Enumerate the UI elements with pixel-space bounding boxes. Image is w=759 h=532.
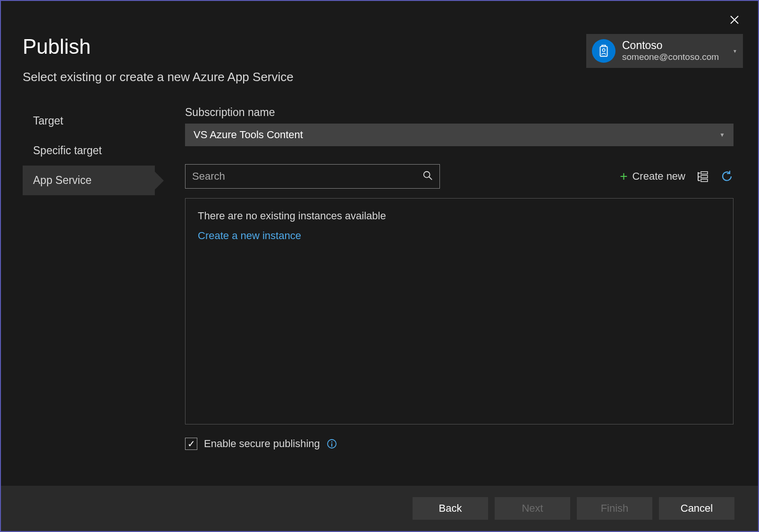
sidebar-item-label: App Service [33, 174, 92, 186]
page-subtitle: Select existing or create a new Azure Ap… [23, 70, 758, 84]
create-instance-link[interactable]: Create a new instance [198, 230, 721, 242]
svg-line-3 [429, 177, 432, 180]
empty-instance-message: There are no existing instances availabl… [198, 210, 721, 222]
create-new-label: Create new [632, 170, 685, 183]
account-name: Contoso [622, 39, 730, 52]
next-button[interactable]: Next [495, 497, 570, 520]
search-icon [422, 170, 433, 183]
subscription-value: VS Azure Tools Content [194, 129, 303, 141]
sidebar-item-specific-target[interactable]: Specific target [23, 136, 155, 166]
search-input[interactable] [192, 170, 422, 183]
close-button[interactable] [726, 11, 743, 28]
sidebar-item-label: Specific target [33, 144, 102, 157]
sidebar-item-target[interactable]: Target [23, 106, 155, 136]
chevron-down-icon: ▼ [733, 49, 737, 54]
finish-button[interactable]: Finish [577, 497, 652, 520]
sidebar: Target Specific target App Service [23, 106, 155, 450]
svg-point-1 [602, 49, 605, 51]
svg-point-2 [424, 172, 430, 178]
plus-icon: + [620, 169, 627, 184]
info-button[interactable] [327, 439, 337, 449]
search-box [185, 164, 440, 189]
chevron-down-icon: ▼ [719, 132, 725, 138]
refresh-button[interactable] [720, 170, 734, 183]
svg-rect-9 [331, 443, 332, 447]
refresh-icon [720, 170, 734, 183]
back-button[interactable]: Back [413, 497, 488, 520]
info-icon [327, 439, 337, 449]
view-toggle-button[interactable] [697, 170, 709, 183]
account-text: Contoso someone@contoso.com [622, 39, 730, 63]
footer: Back Next Finish Cancel [1, 486, 758, 531]
close-icon [730, 16, 739, 24]
svg-point-8 [331, 441, 333, 443]
secure-publishing-checkbox[interactable]: ✓ [185, 438, 197, 450]
badge-icon [597, 44, 611, 58]
account-picker[interactable]: Contoso someone@contoso.com ▼ [586, 34, 743, 68]
secure-publishing-label: Enable secure publishing [204, 438, 320, 450]
sidebar-item-app-service[interactable]: App Service [23, 166, 155, 195]
cancel-button[interactable]: Cancel [659, 497, 734, 520]
instance-panel: There are no existing instances availabl… [185, 198, 734, 424]
svg-rect-4 [701, 172, 708, 174]
account-email: someone@contoso.com [622, 52, 730, 63]
sidebar-item-label: Target [33, 115, 63, 127]
create-new-button[interactable]: + Create new [620, 169, 685, 184]
svg-rect-5 [701, 175, 708, 178]
svg-rect-6 [701, 179, 708, 182]
account-avatar [592, 39, 616, 63]
subscription-label: Subscription name [185, 106, 734, 119]
list-tree-icon [697, 170, 709, 183]
subscription-dropdown[interactable]: VS Azure Tools Content ▼ [185, 124, 734, 146]
